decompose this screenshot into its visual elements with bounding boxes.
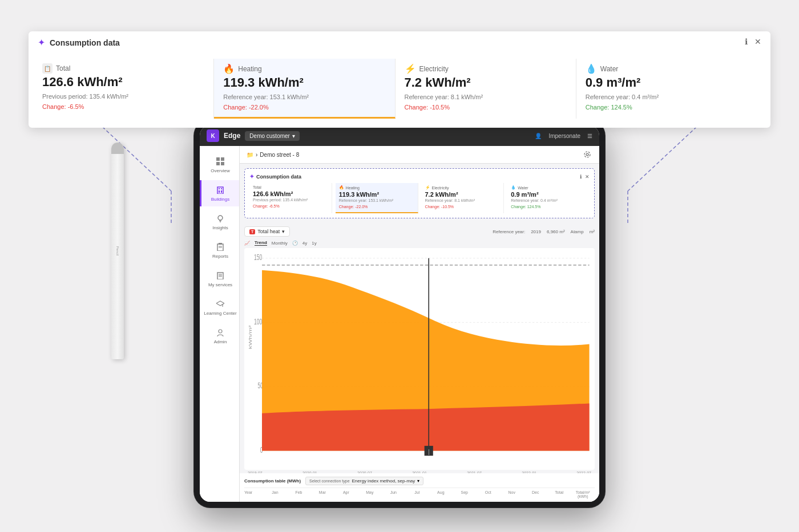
settings-icon[interactable] <box>582 149 592 160</box>
topbar-left: K Edge Demo customer ▾ <box>207 129 300 142</box>
series-icon: T <box>249 229 255 234</box>
tab-monthly[interactable]: Monthly <box>272 241 288 246</box>
sidebar-label-overview: Overview <box>211 168 229 173</box>
col-total-m2: Total/m² (kWh) <box>571 490 594 498</box>
x-label-3: 2020-07 <box>357 471 372 473</box>
inner-total-section: Total 126.6 kWh/m² Previous period: 135.… <box>249 183 332 213</box>
inner-compass-icon: ✦ <box>249 173 254 180</box>
col-may: May <box>358 490 381 498</box>
heating-section: 🔥 Heating 119.3 kWh/m² Reference year: 1… <box>214 59 395 119</box>
col-total: Total <box>547 490 571 498</box>
x-label-2: 2020-01 <box>302 471 317 473</box>
area-type: Atamp <box>571 229 584 234</box>
col-aug: Aug <box>429 490 453 498</box>
inner-consumption-card: ✦ Consumption data ℹ ✕ Total <box>244 168 595 218</box>
svg-rect-5 <box>221 157 224 161</box>
breadcrumb-separator: › <box>256 152 257 158</box>
svg-rect-17 <box>219 243 222 245</box>
sidebar-item-reports[interactable]: Reports <box>200 237 239 263</box>
tab-4y[interactable]: 4y <box>302 241 307 246</box>
topbar-right: 👤 Impersonate ☰ <box>535 133 592 139</box>
water-sub: Reference year: 0.4 m³/m² Change: 124.5% <box>586 92 748 112</box>
breadcrumb: 📁 › Demo street - 8 <box>247 152 299 158</box>
heating-label: 🔥 Heating <box>223 63 385 74</box>
customer-selector[interactable]: Demo customer ▾ <box>245 131 300 141</box>
x-axis: 2019-07 2020-01 2020-07 2021-01 2021-07 … <box>247 471 592 473</box>
select-value: Energy index method, sep-may <box>352 478 415 484</box>
svg-rect-11 <box>219 188 220 189</box>
col-mar: Mar <box>310 490 334 498</box>
total-section: 📋 Total 126.6 kWh/m² Previous period: 13… <box>42 59 214 119</box>
clock-icon: 🕐 <box>292 241 298 246</box>
compass-icon: ✦ <box>38 37 45 48</box>
col-jun: Jun <box>382 490 405 498</box>
col-oct: Oct <box>477 490 500 498</box>
svg-rect-8 <box>217 187 223 194</box>
svg-point-27 <box>586 153 588 156</box>
col-dec: Dec <box>524 490 547 498</box>
inner-card-sections: Total 126.6 kWh/m² Previous period: 135.… <box>249 183 590 213</box>
app-content: Overview Buildings Insights <box>200 146 599 502</box>
total-icon: 📋 <box>42 63 53 74</box>
tab-1y[interactable]: 1y <box>312 241 316 246</box>
inner-total-label: Total <box>253 185 328 189</box>
electricity-label: ⚡ Electricity <box>405 63 567 74</box>
sidebar-label-insights: Insights <box>212 225 228 230</box>
trend-icon: 📈 <box>244 241 250 246</box>
flame-icon: 🔥 <box>223 63 235 74</box>
x-label-7: 2022-07 <box>576 471 591 473</box>
card-title: Consumption data <box>50 38 120 47</box>
total-sub: Previous period: 135.4 kWh/m² Change: -6… <box>42 92 204 112</box>
services-icon <box>215 270 225 281</box>
sidebar-item-admin[interactable]: Admin <box>200 323 239 349</box>
inner-heating-label: 🔥 Heating <box>339 185 414 190</box>
graduation-icon <box>215 299 225 309</box>
svg-rect-12 <box>221 188 222 189</box>
sidebar-item-buildings[interactable]: Buildings <box>200 180 239 206</box>
inner-info-icon[interactable]: ℹ <box>580 174 582 180</box>
unit-value: m² <box>590 229 595 234</box>
electricity-value: 7.2 kWh/m² <box>405 75 567 90</box>
chart-series-select[interactable]: T Total heat ▾ <box>244 226 290 237</box>
connection-type-select[interactable]: Select connection type Energy index meth… <box>305 477 423 485</box>
water-section: 💧 Water 0.9 m³/m² Reference year: 0.4 m³… <box>576 59 757 119</box>
sidebar-item-services[interactable]: My services <box>200 266 239 292</box>
table-area: Consumption table (MWh) Select connectio… <box>240 473 599 502</box>
pencil-label: Pencil <box>116 246 119 255</box>
top-consumption-card: ✦ Consumption data ℹ ✕ 📋 Total 126.6 kWh… <box>29 31 770 128</box>
close-icon[interactable]: ✕ <box>754 37 761 46</box>
table-selector: Consumption table (MWh) Select connectio… <box>244 477 595 485</box>
admin-icon <box>215 327 225 338</box>
lightning-icon: ⚡ <box>405 63 416 74</box>
water-value: 0.9 m³/m² <box>586 75 748 90</box>
card-actions: ℹ ✕ <box>745 37 761 46</box>
chart-area: T Total heat ▾ Reference year: 2019 6,96… <box>240 223 599 473</box>
x-label-1: 2019-07 <box>248 471 263 473</box>
menu-icon[interactable]: ☰ <box>587 133 592 139</box>
col-jul: Jul <box>405 490 429 498</box>
total-value: 126.6 kWh/m² <box>42 75 204 90</box>
svg-rect-6 <box>216 162 220 165</box>
sidebar-label-learning: Learning Center <box>204 311 236 316</box>
ref-year-value: 2019 <box>531 229 541 234</box>
total-label: 📋 Total <box>42 63 204 74</box>
inner-total-sub: Previous period: 135.4 kWh/m²Change: -6.… <box>253 197 328 209</box>
col-jan: Jan <box>263 490 286 498</box>
sidebar-item-overview[interactable]: Overview <box>200 152 239 178</box>
right-connector-line <box>599 111 770 225</box>
svg-text:150: 150 <box>254 253 262 261</box>
sidebar-item-learning[interactable]: Learning Center <box>200 294 239 320</box>
pencil-body: Pencil <box>111 143 124 359</box>
tab-trend[interactable]: Trend <box>255 240 267 246</box>
inner-close-icon[interactable]: ✕ <box>585 174 590 180</box>
breadcrumb-bar: 📁 › Demo street - 8 <box>240 146 599 164</box>
sidebar-label-admin: Admin <box>214 339 227 344</box>
select-arrow-icon: ▾ <box>417 478 419 484</box>
sidebar-item-insights[interactable]: Insights <box>200 209 239 235</box>
col-feb: Feb <box>287 490 310 498</box>
tablet-device: K Edge Demo customer ▾ 👤 Impersonate ☰ <box>194 120 605 507</box>
info-icon[interactable]: ℹ <box>745 37 748 46</box>
svg-rect-20 <box>217 273 223 279</box>
inner-electricity-value: 7.2 kWh/m² <box>425 191 501 198</box>
table-headers: Year Jan Feb Mar Apr May Jun Jul Aug Sep… <box>244 488 595 498</box>
